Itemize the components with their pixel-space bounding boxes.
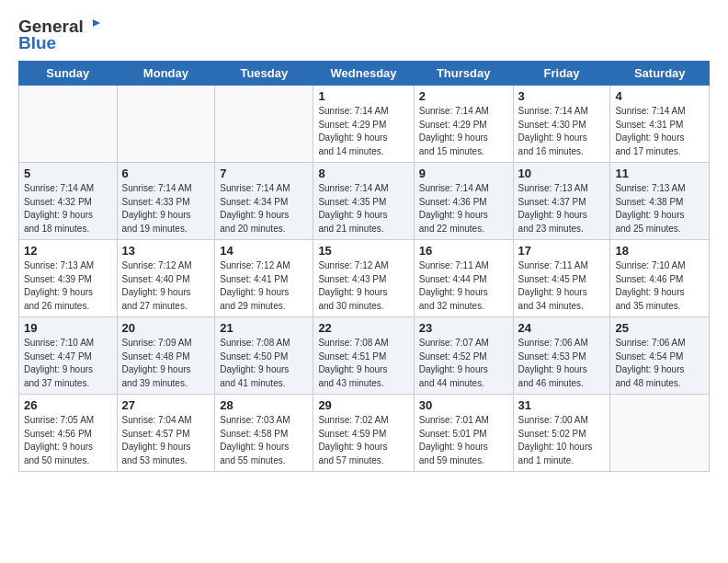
day-info: Sunrise: 7:13 AM Sunset: 4:39 PM Dayligh… — [24, 259, 112, 313]
weekday-header-row: SundayMondayTuesdayWednesdayThursdayFrid… — [19, 62, 710, 86]
calendar-cell: 2Sunrise: 7:14 AM Sunset: 4:29 PM Daylig… — [414, 86, 513, 163]
day-number: 1 — [318, 89, 408, 103]
week-row-5: 26Sunrise: 7:05 AM Sunset: 4:56 PM Dayli… — [19, 395, 710, 472]
day-info: Sunrise: 7:00 AM Sunset: 5:02 PM Dayligh… — [518, 414, 606, 467]
week-row-3: 12Sunrise: 7:13 AM Sunset: 4:39 PM Dayli… — [19, 240, 710, 317]
calendar-cell: 11Sunrise: 7:13 AM Sunset: 4:38 PM Dayli… — [610, 163, 710, 240]
day-number: 16 — [419, 244, 508, 258]
calendar-cell: 23Sunrise: 7:07 AM Sunset: 4:52 PM Dayli… — [414, 317, 513, 395]
day-info: Sunrise: 7:12 AM Sunset: 4:40 PM Dayligh… — [122, 259, 210, 313]
day-info: Sunrise: 7:13 AM Sunset: 4:38 PM Dayligh… — [615, 182, 704, 236]
day-info: Sunrise: 7:11 AM Sunset: 4:45 PM Dayligh… — [518, 259, 606, 313]
calendar: SundayMondayTuesdayWednesdayThursdayFrid… — [18, 61, 710, 472]
day-info: Sunrise: 7:14 AM Sunset: 4:31 PM Dayligh… — [615, 105, 704, 158]
day-number: 21 — [220, 321, 308, 335]
day-number: 31 — [518, 398, 606, 412]
day-info: Sunrise: 7:14 AM Sunset: 4:29 PM Dayligh… — [419, 105, 508, 158]
calendar-cell: 20Sunrise: 7:09 AM Sunset: 4:48 PM Dayli… — [117, 317, 215, 395]
day-number: 7 — [220, 167, 308, 180]
calendar-cell — [117, 86, 215, 163]
day-info: Sunrise: 7:01 AM Sunset: 5:01 PM Dayligh… — [419, 414, 508, 467]
day-info: Sunrise: 7:13 AM Sunset: 4:37 PM Dayligh… — [518, 182, 606, 236]
day-number: 11 — [615, 167, 704, 180]
day-number: 19 — [24, 321, 112, 335]
day-info: Sunrise: 7:10 AM Sunset: 4:46 PM Dayligh… — [615, 259, 704, 313]
weekday-header-tuesday: Tuesday — [215, 62, 313, 86]
calendar-cell: 9Sunrise: 7:14 AM Sunset: 4:36 PM Daylig… — [414, 163, 513, 240]
day-info: Sunrise: 7:14 AM Sunset: 4:36 PM Dayligh… — [419, 182, 508, 236]
day-info: Sunrise: 7:08 AM Sunset: 4:51 PM Dayligh… — [318, 337, 408, 390]
day-info: Sunrise: 7:12 AM Sunset: 4:41 PM Dayligh… — [220, 259, 308, 313]
calendar-cell — [215, 86, 313, 163]
week-row-4: 19Sunrise: 7:10 AM Sunset: 4:47 PM Dayli… — [19, 317, 710, 395]
day-number: 5 — [24, 167, 112, 180]
day-info: Sunrise: 7:09 AM Sunset: 4:48 PM Dayligh… — [122, 337, 210, 390]
calendar-cell — [19, 86, 118, 163]
day-info: Sunrise: 7:12 AM Sunset: 4:43 PM Dayligh… — [318, 259, 408, 313]
weekday-header-wednesday: Wednesday — [313, 62, 414, 86]
svg-marker-0 — [93, 19, 100, 27]
day-number: 27 — [122, 398, 210, 412]
day-info: Sunrise: 7:06 AM Sunset: 4:54 PM Dayligh… — [615, 337, 704, 390]
calendar-cell: 29Sunrise: 7:02 AM Sunset: 4:59 PM Dayli… — [313, 395, 414, 472]
day-number: 17 — [518, 244, 606, 258]
day-info: Sunrise: 7:05 AM Sunset: 4:56 PM Dayligh… — [24, 414, 112, 467]
week-row-1: 1Sunrise: 7:14 AM Sunset: 4:29 PM Daylig… — [19, 86, 710, 163]
day-info: Sunrise: 7:14 AM Sunset: 4:34 PM Dayligh… — [220, 182, 308, 236]
calendar-cell: 17Sunrise: 7:11 AM Sunset: 4:45 PM Dayli… — [513, 240, 610, 317]
day-number: 15 — [318, 244, 408, 258]
weekday-header-monday: Monday — [117, 62, 215, 86]
calendar-cell: 21Sunrise: 7:08 AM Sunset: 4:50 PM Dayli… — [215, 317, 313, 395]
day-info: Sunrise: 7:11 AM Sunset: 4:44 PM Dayligh… — [419, 259, 508, 313]
calendar-cell: 13Sunrise: 7:12 AM Sunset: 4:40 PM Dayli… — [117, 240, 215, 317]
weekday-header-saturday: Saturday — [610, 62, 710, 86]
calendar-cell — [610, 395, 710, 472]
day-number: 23 — [419, 321, 508, 335]
day-number: 3 — [518, 89, 606, 103]
day-number: 29 — [318, 398, 408, 412]
calendar-cell: 8Sunrise: 7:14 AM Sunset: 4:35 PM Daylig… — [313, 163, 414, 240]
day-info: Sunrise: 7:10 AM Sunset: 4:47 PM Dayligh… — [24, 337, 112, 390]
header: General Blue — [18, 17, 710, 53]
day-info: Sunrise: 7:08 AM Sunset: 4:50 PM Dayligh… — [220, 337, 308, 390]
calendar-cell: 25Sunrise: 7:06 AM Sunset: 4:54 PM Dayli… — [610, 317, 710, 395]
logo: General Blue — [18, 17, 101, 53]
calendar-cell: 27Sunrise: 7:04 AM Sunset: 4:57 PM Dayli… — [117, 395, 215, 472]
day-number: 18 — [615, 244, 704, 258]
day-info: Sunrise: 7:07 AM Sunset: 4:52 PM Dayligh… — [419, 337, 508, 390]
calendar-cell: 26Sunrise: 7:05 AM Sunset: 4:56 PM Dayli… — [19, 395, 118, 472]
weekday-header-thursday: Thursday — [414, 62, 513, 86]
day-info: Sunrise: 7:03 AM Sunset: 4:58 PM Dayligh… — [220, 414, 308, 467]
day-number: 6 — [122, 167, 210, 180]
calendar-cell: 3Sunrise: 7:14 AM Sunset: 4:30 PM Daylig… — [513, 86, 610, 163]
calendar-cell: 18Sunrise: 7:10 AM Sunset: 4:46 PM Dayli… — [610, 240, 710, 317]
calendar-cell: 7Sunrise: 7:14 AM Sunset: 4:34 PM Daylig… — [215, 163, 313, 240]
day-info: Sunrise: 7:14 AM Sunset: 4:32 PM Dayligh… — [24, 182, 112, 236]
day-number: 12 — [24, 244, 112, 258]
day-number: 9 — [419, 167, 508, 180]
calendar-cell: 19Sunrise: 7:10 AM Sunset: 4:47 PM Dayli… — [19, 317, 118, 395]
day-number: 10 — [518, 167, 606, 180]
day-number: 13 — [122, 244, 210, 258]
day-number: 26 — [24, 398, 112, 412]
calendar-cell: 4Sunrise: 7:14 AM Sunset: 4:31 PM Daylig… — [610, 86, 710, 163]
day-info: Sunrise: 7:14 AM Sunset: 4:33 PM Dayligh… — [122, 182, 210, 236]
calendar-cell: 14Sunrise: 7:12 AM Sunset: 4:41 PM Dayli… — [215, 240, 313, 317]
day-info: Sunrise: 7:14 AM Sunset: 4:30 PM Dayligh… — [518, 105, 606, 158]
calendar-cell: 24Sunrise: 7:06 AM Sunset: 4:53 PM Dayli… — [513, 317, 610, 395]
day-number: 24 — [518, 321, 606, 335]
calendar-cell: 6Sunrise: 7:14 AM Sunset: 4:33 PM Daylig… — [117, 163, 215, 240]
day-number: 20 — [122, 321, 210, 335]
calendar-cell: 16Sunrise: 7:11 AM Sunset: 4:44 PM Dayli… — [414, 240, 513, 317]
calendar-cell: 28Sunrise: 7:03 AM Sunset: 4:58 PM Dayli… — [215, 395, 313, 472]
day-info: Sunrise: 7:14 AM Sunset: 4:35 PM Dayligh… — [318, 182, 408, 236]
calendar-cell: 22Sunrise: 7:08 AM Sunset: 4:51 PM Dayli… — [313, 317, 414, 395]
day-number: 30 — [419, 398, 508, 412]
day-info: Sunrise: 7:14 AM Sunset: 4:29 PM Dayligh… — [318, 105, 408, 158]
calendar-cell: 15Sunrise: 7:12 AM Sunset: 4:43 PM Dayli… — [313, 240, 414, 317]
calendar-cell: 5Sunrise: 7:14 AM Sunset: 4:32 PM Daylig… — [19, 163, 118, 240]
logo-flag-icon — [85, 17, 101, 34]
day-number: 8 — [318, 167, 408, 180]
weekday-header-sunday: Sunday — [19, 62, 118, 86]
calendar-cell: 30Sunrise: 7:01 AM Sunset: 5:01 PM Dayli… — [414, 395, 513, 472]
